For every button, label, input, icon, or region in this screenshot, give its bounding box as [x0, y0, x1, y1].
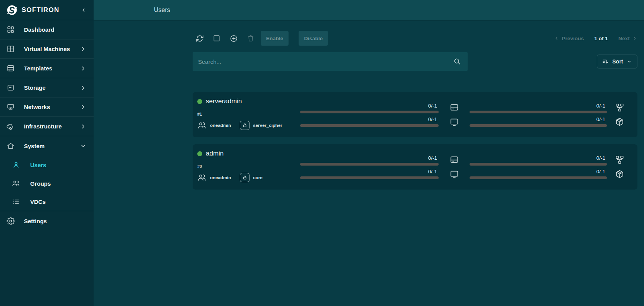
chevron-down-icon — [627, 59, 632, 64]
sidebar-item-label: Users — [30, 162, 87, 168]
infrastructure-icon — [6, 122, 15, 131]
datastore-usage-bar — [300, 111, 439, 113]
sidebar-item-label: VDCs — [30, 198, 87, 205]
sidebar-item-label: Networks — [24, 104, 80, 110]
delete-button[interactable] — [244, 31, 258, 46]
status-dot — [197, 99, 202, 104]
content: Enable Disable Previous 1 of 1 Next — [94, 20, 644, 306]
virtual-machines-icon — [6, 45, 15, 53]
vm-metric: 0/-1 — [300, 169, 439, 179]
vm-usage-bar — [300, 176, 439, 179]
datastore-icon — [449, 155, 459, 164]
image-metric: 0/-1 — [470, 169, 607, 179]
sidebar-item-label: Templates — [24, 65, 80, 72]
chevron-right-icon — [80, 46, 87, 53]
user-name: admin — [206, 150, 224, 157]
user-auth-driver: core — [253, 175, 262, 180]
enable-button[interactable]: Enable — [261, 31, 289, 46]
user-id: #1 — [197, 112, 300, 116]
sidebar-item-storage[interactable]: Storage — [0, 78, 94, 97]
sidebar-item-users[interactable]: Users — [0, 156, 94, 174]
image-quota-value: 0/-1 — [470, 116, 607, 122]
vm-quota-value: 0/-1 — [300, 169, 439, 174]
vm-usage-bar — [300, 124, 439, 127]
metric-icons-right — [607, 149, 632, 185]
templates-icon — [6, 64, 15, 73]
next-label: Next — [618, 36, 630, 41]
gear-icon — [6, 217, 15, 225]
sort-icon — [602, 58, 609, 65]
sidebar-item-label: Storage — [24, 84, 80, 91]
add-user-button[interactable] — [227, 31, 241, 46]
group-icon — [197, 173, 207, 182]
search-box — [193, 52, 468, 71]
sidebar-item-settings[interactable]: Settings — [0, 211, 94, 231]
image-cube-icon — [615, 117, 624, 127]
next-page-button[interactable]: Next — [618, 36, 637, 41]
sidebar-item-system[interactable]: System — [0, 136, 94, 156]
image-quota-value: 0/-1 — [470, 169, 607, 174]
toolbar: Enable Disable Previous 1 of 1 Next — [193, 31, 637, 46]
chevron-right-icon — [80, 104, 87, 111]
chevron-right-icon — [80, 123, 87, 130]
sidebar-item-label: Virtual Machines — [24, 46, 80, 52]
sidebar-item-label: System — [24, 143, 80, 149]
vm-metric: 0/-1 — [300, 116, 439, 127]
sidebar: SOFTIRON Dashboard Virtual Machines — [0, 0, 94, 306]
image-usage-bar — [470, 124, 607, 127]
system-icon — [6, 142, 15, 150]
search-row: Sort — [193, 52, 637, 71]
network-metric: 0/-1 — [470, 103, 607, 113]
logo-row: SOFTIRON — [0, 0, 94, 20]
network-usage-bar — [470, 111, 607, 113]
refresh-button[interactable] — [193, 31, 207, 46]
disable-button[interactable]: Disable — [299, 31, 328, 46]
select-all-button[interactable] — [210, 31, 224, 46]
sidebar-item-groups[interactable]: Groups — [0, 174, 94, 193]
search-input[interactable] — [193, 58, 453, 65]
datastore-metric: 0/-1 — [300, 103, 439, 113]
vm-quota-value: 0/-1 — [300, 116, 439, 122]
storage-icon — [6, 84, 15, 92]
network-usage-bar — [470, 163, 607, 166]
metric-block-left: 0/-1 0/-1 — [300, 149, 439, 185]
metric-icons-right — [607, 97, 632, 133]
image-usage-bar — [470, 176, 607, 179]
user-group: oneadmin — [210, 123, 231, 128]
sidebar-item-dashboard[interactable]: Dashboard — [0, 20, 94, 39]
sidebar-item-networks[interactable]: Networks — [0, 97, 94, 117]
network-quota-value: 0/-1 — [470, 103, 607, 109]
user-info: admin #0 oneadmin — [197, 149, 300, 185]
sidebar-item-label: Dashboard — [24, 26, 87, 33]
vm-icon — [449, 117, 459, 127]
vdcs-list-icon — [12, 198, 20, 206]
sidebar-item-label: Infrastructure — [24, 123, 80, 130]
network-metric: 0/-1 — [470, 155, 607, 166]
sidebar-item-virtual-machines[interactable]: Virtual Machines — [0, 39, 94, 59]
sidebar-item-templates[interactable]: Templates — [0, 59, 94, 78]
metric-block-right: 0/-1 0/-1 — [470, 149, 607, 185]
datastore-metric: 0/-1 — [300, 155, 439, 166]
sidebar-item-infrastructure[interactable]: Infrastructure — [0, 117, 94, 136]
sidebar-item-label: Groups — [30, 180, 87, 187]
datastore-icon — [449, 103, 459, 112]
vm-icon — [449, 169, 459, 179]
user-id: #0 — [197, 164, 300, 169]
page-title: Users — [154, 7, 170, 14]
user-auth-driver: server_cipher — [253, 123, 282, 128]
app-window: SOFTIRON Dashboard Virtual Machines — [0, 0, 644, 306]
sort-button[interactable]: Sort — [597, 55, 637, 68]
sidebar-collapse-icon[interactable] — [79, 5, 88, 15]
lock-icon — [240, 121, 249, 130]
sidebar-item-vdcs[interactable]: VDCs — [0, 193, 94, 211]
dashboard-icon — [6, 26, 15, 34]
search-icon[interactable] — [453, 58, 461, 65]
user-card-serveradmin[interactable]: serveradmin #1 oneadmin — [193, 92, 637, 137]
pagination: Previous 1 of 1 Next — [554, 36, 637, 41]
network-quota-value: 0/-1 — [470, 155, 607, 161]
user-card-admin[interactable]: admin #0 oneadmin — [193, 144, 637, 190]
previous-page-button[interactable]: Previous — [554, 36, 584, 41]
sort-label: Sort — [612, 58, 623, 65]
network-tree-icon — [615, 155, 624, 164]
page-header: Users — [94, 0, 644, 20]
